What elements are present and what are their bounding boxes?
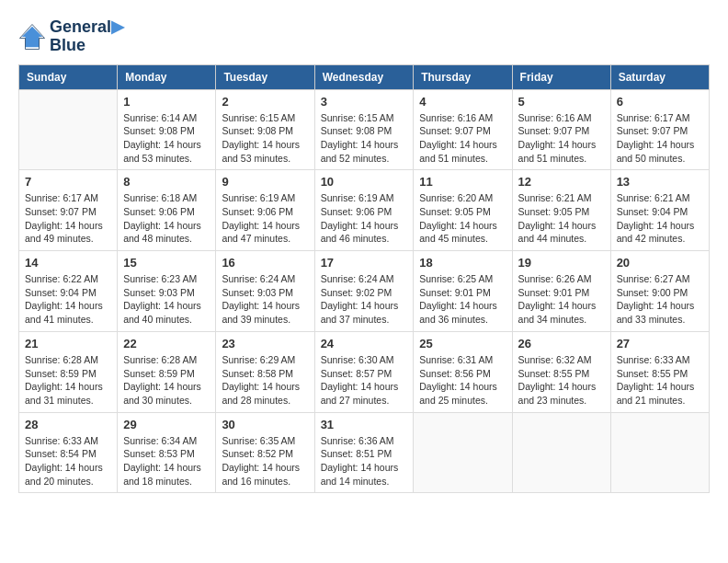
day-number: 24 xyxy=(321,337,408,350)
day-number: 6 xyxy=(617,95,703,109)
calendar-header-sunday: Sunday xyxy=(19,64,118,89)
calendar-header-friday: Friday xyxy=(512,64,610,89)
calendar-cell: 4Sunrise: 6:16 AM Sunset: 9:07 PM Daylig… xyxy=(414,89,512,170)
week-row-5: 28Sunrise: 6:33 AM Sunset: 8:54 PM Dayli… xyxy=(19,412,710,493)
calendar-cell: 18Sunrise: 6:25 AM Sunset: 9:01 PM Dayli… xyxy=(414,251,512,332)
calendar-cell xyxy=(610,412,709,493)
calendar-cell: 23Sunrise: 6:29 AM Sunset: 8:58 PM Dayli… xyxy=(216,331,314,412)
day-number: 9 xyxy=(222,175,308,189)
logo-icon xyxy=(18,23,46,51)
day-info: Sunrise: 6:15 AM Sunset: 9:08 PM Dayligh… xyxy=(321,111,408,166)
calendar-cell xyxy=(19,89,118,170)
calendar-cell: 5Sunrise: 6:16 AM Sunset: 9:07 PM Daylig… xyxy=(512,89,610,170)
calendar-header-monday: Monday xyxy=(118,64,216,89)
calendar-table: SundayMondayTuesdayWednesdayThursdayFrid… xyxy=(18,64,710,494)
day-number: 28 xyxy=(25,418,111,431)
calendar-cell: 8Sunrise: 6:18 AM Sunset: 9:06 PM Daylig… xyxy=(118,170,216,251)
day-number: 1 xyxy=(123,95,210,109)
day-number: 19 xyxy=(518,256,605,270)
day-number: 4 xyxy=(419,95,506,109)
day-number: 14 xyxy=(25,256,111,270)
day-info: Sunrise: 6:27 AM Sunset: 9:00 PM Dayligh… xyxy=(617,272,703,327)
calendar-cell: 15Sunrise: 6:23 AM Sunset: 9:03 PM Dayli… xyxy=(118,251,216,332)
day-number: 31 xyxy=(321,418,408,431)
day-info: Sunrise: 6:30 AM Sunset: 8:57 PM Dayligh… xyxy=(321,353,408,408)
calendar-cell: 22Sunrise: 6:28 AM Sunset: 8:59 PM Dayli… xyxy=(118,331,216,412)
calendar-cell: 30Sunrise: 6:35 AM Sunset: 8:52 PM Dayli… xyxy=(216,412,314,493)
day-number: 8 xyxy=(123,175,210,189)
day-number: 13 xyxy=(617,175,703,189)
day-number: 23 xyxy=(222,337,308,350)
calendar-cell: 14Sunrise: 6:22 AM Sunset: 9:04 PM Dayli… xyxy=(19,251,118,332)
day-info: Sunrise: 6:16 AM Sunset: 9:07 PM Dayligh… xyxy=(518,111,605,166)
day-info: Sunrise: 6:28 AM Sunset: 8:59 PM Dayligh… xyxy=(123,353,210,408)
calendar-cell: 26Sunrise: 6:32 AM Sunset: 8:55 PM Dayli… xyxy=(512,331,610,412)
day-number: 27 xyxy=(617,337,703,350)
calendar-cell: 28Sunrise: 6:33 AM Sunset: 8:54 PM Dayli… xyxy=(19,412,118,493)
calendar-cell: 3Sunrise: 6:15 AM Sunset: 9:08 PM Daylig… xyxy=(314,89,414,170)
calendar-cell: 7Sunrise: 6:17 AM Sunset: 9:07 PM Daylig… xyxy=(19,170,118,251)
calendar-cell: 19Sunrise: 6:26 AM Sunset: 9:01 PM Dayli… xyxy=(512,251,610,332)
day-number: 15 xyxy=(123,256,210,270)
calendar-header-saturday: Saturday xyxy=(610,64,709,89)
day-number: 10 xyxy=(321,175,408,189)
day-info: Sunrise: 6:33 AM Sunset: 8:54 PM Dayligh… xyxy=(25,434,111,488)
day-number: 29 xyxy=(123,418,210,431)
day-info: Sunrise: 6:31 AM Sunset: 8:56 PM Dayligh… xyxy=(419,353,506,408)
calendar-cell: 16Sunrise: 6:24 AM Sunset: 9:03 PM Dayli… xyxy=(216,251,314,332)
day-number: 12 xyxy=(518,175,605,189)
calendar-header: SundayMondayTuesdayWednesdayThursdayFrid… xyxy=(19,64,710,89)
day-info: Sunrise: 6:16 AM Sunset: 9:07 PM Dayligh… xyxy=(419,111,506,166)
calendar-cell: 11Sunrise: 6:20 AM Sunset: 9:05 PM Dayli… xyxy=(414,170,512,251)
calendar-cell: 12Sunrise: 6:21 AM Sunset: 9:05 PM Dayli… xyxy=(512,170,610,251)
day-number: 18 xyxy=(419,256,506,270)
week-row-4: 21Sunrise: 6:28 AM Sunset: 8:59 PM Dayli… xyxy=(19,331,710,412)
day-info: Sunrise: 6:20 AM Sunset: 9:05 PM Dayligh… xyxy=(419,191,506,246)
day-number: 7 xyxy=(25,175,111,189)
calendar-cell xyxy=(414,412,512,493)
day-number: 26 xyxy=(518,337,605,350)
day-info: Sunrise: 6:19 AM Sunset: 9:06 PM Dayligh… xyxy=(321,191,408,246)
day-number: 2 xyxy=(222,95,308,109)
day-info: Sunrise: 6:24 AM Sunset: 9:03 PM Dayligh… xyxy=(222,272,308,327)
day-info: Sunrise: 6:24 AM Sunset: 9:02 PM Dayligh… xyxy=(321,272,408,327)
day-info: Sunrise: 6:21 AM Sunset: 9:05 PM Dayligh… xyxy=(518,191,605,246)
calendar-header-tuesday: Tuesday xyxy=(216,64,314,89)
calendar-cell: 10Sunrise: 6:19 AM Sunset: 9:06 PM Dayli… xyxy=(314,170,414,251)
day-info: Sunrise: 6:35 AM Sunset: 8:52 PM Dayligh… xyxy=(222,434,308,488)
calendar-cell xyxy=(512,412,610,493)
day-number: 17 xyxy=(321,256,408,270)
calendar-body: 1Sunrise: 6:14 AM Sunset: 9:08 PM Daylig… xyxy=(19,89,710,493)
day-info: Sunrise: 6:29 AM Sunset: 8:58 PM Dayligh… xyxy=(222,353,308,408)
calendar-cell: 17Sunrise: 6:24 AM Sunset: 9:02 PM Dayli… xyxy=(314,251,414,332)
day-number: 3 xyxy=(321,95,408,109)
logo: General▶ Blue xyxy=(18,18,124,55)
day-info: Sunrise: 6:14 AM Sunset: 9:08 PM Dayligh… xyxy=(123,111,210,166)
day-info: Sunrise: 6:15 AM Sunset: 9:08 PM Dayligh… xyxy=(222,111,308,166)
day-number: 5 xyxy=(518,95,605,109)
day-info: Sunrise: 6:33 AM Sunset: 8:55 PM Dayligh… xyxy=(617,353,703,408)
day-number: 25 xyxy=(419,337,506,350)
calendar-cell: 9Sunrise: 6:19 AM Sunset: 9:06 PM Daylig… xyxy=(216,170,314,251)
day-info: Sunrise: 6:28 AM Sunset: 8:59 PM Dayligh… xyxy=(25,353,111,408)
day-info: Sunrise: 6:17 AM Sunset: 9:07 PM Dayligh… xyxy=(617,111,703,166)
calendar-header-wednesday: Wednesday xyxy=(314,64,414,89)
calendar-cell: 24Sunrise: 6:30 AM Sunset: 8:57 PM Dayli… xyxy=(314,331,414,412)
calendar-cell: 2Sunrise: 6:15 AM Sunset: 9:08 PM Daylig… xyxy=(216,89,314,170)
day-info: Sunrise: 6:18 AM Sunset: 9:06 PM Dayligh… xyxy=(123,191,210,246)
calendar-header-thursday: Thursday xyxy=(414,64,512,89)
day-info: Sunrise: 6:25 AM Sunset: 9:01 PM Dayligh… xyxy=(419,272,506,327)
week-row-1: 1Sunrise: 6:14 AM Sunset: 9:08 PM Daylig… xyxy=(19,89,710,170)
day-number: 22 xyxy=(123,337,210,350)
page-header: General▶ Blue xyxy=(18,18,710,55)
day-number: 16 xyxy=(222,256,308,270)
day-number: 11 xyxy=(419,175,506,189)
calendar-cell: 31Sunrise: 6:36 AM Sunset: 8:51 PM Dayli… xyxy=(314,412,414,493)
day-info: Sunrise: 6:23 AM Sunset: 9:03 PM Dayligh… xyxy=(123,272,210,327)
calendar-cell: 13Sunrise: 6:21 AM Sunset: 9:04 PM Dayli… xyxy=(610,170,709,251)
day-info: Sunrise: 6:22 AM Sunset: 9:04 PM Dayligh… xyxy=(25,272,111,327)
calendar-cell: 27Sunrise: 6:33 AM Sunset: 8:55 PM Dayli… xyxy=(610,331,709,412)
day-number: 20 xyxy=(617,256,703,270)
calendar-cell: 29Sunrise: 6:34 AM Sunset: 8:53 PM Dayli… xyxy=(118,412,216,493)
day-number: 21 xyxy=(25,337,111,350)
